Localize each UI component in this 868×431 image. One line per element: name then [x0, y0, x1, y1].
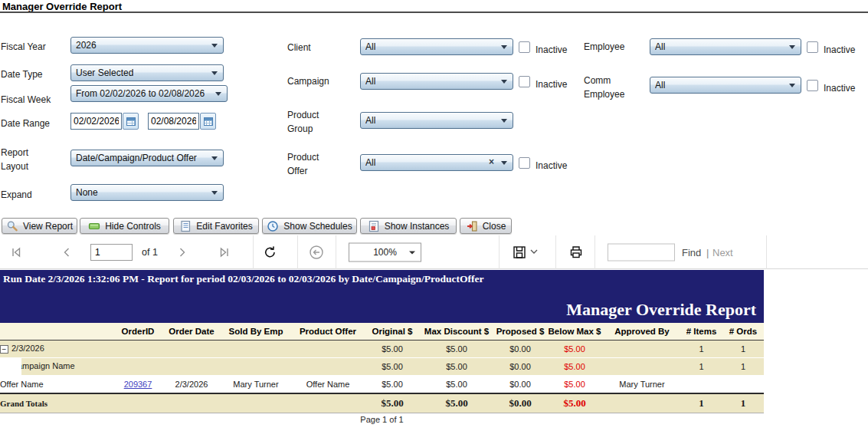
find-next-divider: |	[706, 246, 709, 258]
grand-totals-label: Grand Totals	[0, 393, 115, 413]
grand-original-value: $5.00	[366, 393, 418, 413]
product-offer-combobox[interactable]: All	[360, 154, 513, 171]
last-page-icon	[217, 245, 231, 259]
page-count-label: of 1	[142, 247, 158, 258]
hide-controls-button[interactable]: Hide Controls	[80, 218, 169, 234]
grand-proposed-value: $0.00	[495, 393, 545, 413]
report-run-line: Run Date 2/3/2026 1:32:06 PM - Report fo…	[3, 273, 484, 285]
collapse-icon[interactable]	[0, 363, 8, 371]
fiscal-week-combobox[interactable]: From 02/02/2026 to 02/08/2026	[70, 85, 228, 102]
print-button[interactable]	[568, 245, 584, 260]
product-group-combobox[interactable]: All	[360, 112, 513, 129]
column-header-group	[0, 323, 115, 340]
close-door-icon	[466, 220, 478, 232]
product-offer-inactive-checkbox[interactable]	[519, 157, 530, 169]
employee-label: Employee	[584, 40, 624, 54]
comm-employee-value: All	[655, 80, 665, 90]
clear-icon[interactable]	[489, 156, 494, 167]
comm-employee-inactive-label: Inactive	[824, 81, 855, 95]
chevron-down-icon	[501, 119, 507, 123]
page-number-input[interactable]	[90, 244, 133, 261]
next-link[interactable]: Next	[712, 246, 733, 258]
report-layout-combobox[interactable]: Date/Campaign/Product Offer	[70, 150, 224, 166]
refresh-button[interactable]	[262, 244, 278, 260]
last-page-button[interactable]	[217, 245, 231, 259]
grand-ords-value: 1	[722, 393, 764, 413]
client-inactive-checkbox[interactable]	[519, 41, 530, 53]
chevron-down-icon	[211, 191, 218, 195]
refresh-icon	[262, 244, 278, 260]
date-range-end-input[interactable]	[148, 113, 199, 130]
date-range-start-input[interactable]	[70, 113, 122, 130]
collapse-icon[interactable]	[0, 345, 8, 354]
column-header-proposed: Proposed $	[495, 323, 545, 340]
proposed-value: $0.00	[495, 375, 545, 393]
date-type-label: Date Type	[1, 67, 42, 81]
client-combobox[interactable]: All	[360, 38, 513, 55]
zoom-value: 100%	[373, 247, 397, 258]
first-page-button[interactable]	[9, 245, 24, 259]
order-id-link[interactable]: 209367	[124, 380, 152, 389]
date-type-combobox[interactable]: User Selected	[70, 64, 224, 81]
offer-name-label: Offer Name	[0, 375, 115, 393]
product-group-label: Product Group	[287, 108, 329, 136]
show-instances-button[interactable]: Show Instances	[360, 218, 457, 234]
group-max-discount-value: $5.00	[418, 340, 495, 357]
comm-employee-combobox[interactable]: All	[650, 77, 801, 94]
instances-report-icon	[368, 220, 380, 232]
close-button[interactable]: Close	[460, 218, 512, 234]
fiscal-year-combobox[interactable]: 2026	[70, 37, 224, 54]
campaign-inactive-checkbox[interactable]	[519, 76, 530, 87]
chevron-down-icon	[211, 71, 218, 75]
detail-row: Offer Name 209367 2/3/2026 Mary Turner O…	[0, 375, 764, 393]
toolbar-divider	[594, 235, 595, 269]
report-table: OrderID Order Date Sold By Emp Product O…	[0, 323, 764, 413]
chevron-left-icon	[60, 245, 74, 259]
find-input[interactable]	[608, 243, 675, 261]
employee-combobox[interactable]: All	[650, 38, 801, 55]
toolbar-divider	[336, 235, 336, 269]
calendar-icon	[126, 117, 136, 126]
previous-page-button[interactable]	[60, 245, 74, 259]
save-icon	[512, 245, 527, 260]
product-offer-inactive-label: Inactive	[536, 159, 567, 173]
group-items-value: 1	[680, 340, 722, 357]
group-original-value: $5.00	[366, 340, 418, 357]
close-label: Close	[483, 221, 506, 232]
zoom-select[interactable]: 100%	[349, 242, 421, 262]
page-footer: Page 1 of 1	[0, 415, 764, 424]
campaign-combobox[interactable]: All	[360, 73, 513, 90]
product-offer-label: Product Offer	[287, 150, 329, 178]
toolbar-divider	[766, 235, 767, 269]
edit-favorites-button[interactable]: Edit Favorites	[173, 218, 259, 234]
date-range-start-calendar-button[interactable]	[123, 113, 139, 130]
grand-below-max-value: $5.00	[545, 393, 604, 413]
grand-max-discount-value: $5.00	[418, 393, 495, 413]
expand-combobox[interactable]: None	[70, 184, 224, 201]
comm-employee-inactive-checkbox[interactable]	[807, 80, 818, 91]
hide-panel-icon	[88, 220, 100, 232]
next-page-button[interactable]	[175, 245, 189, 259]
find-link[interactable]: Find	[682, 246, 701, 258]
report-viewer-toolbar: of 1 100% Find |	[0, 235, 868, 269]
toolbar-divider	[499, 235, 500, 269]
show-schedules-button[interactable]: Show Schedules	[262, 218, 357, 234]
chevron-down-icon	[409, 251, 415, 254]
employee-inactive-checkbox[interactable]	[807, 41, 818, 53]
toolbar-divider	[297, 235, 298, 269]
column-header-below-max: Below Max $	[545, 323, 604, 340]
date-range-end-calendar-button[interactable]	[200, 113, 216, 130]
chevron-down-icon	[501, 45, 507, 49]
edit-favorites-label: Edit Favorites	[196, 221, 252, 232]
report-layout-value: Date/Campaign/Product Offer	[76, 153, 197, 163]
column-header-items: # Items	[680, 323, 722, 340]
toolbar-divider	[555, 235, 556, 269]
back-button[interactable]	[308, 244, 325, 261]
export-save-button[interactable]	[512, 245, 538, 260]
view-report-button[interactable]: View Report	[2, 218, 77, 234]
fiscal-year-label: Fiscal Year	[1, 40, 46, 54]
date-range-label: Date Range	[1, 117, 50, 130]
expand-label: Expand	[1, 188, 32, 202]
report-title: Manager Override Report	[566, 300, 756, 320]
group-campaign-label: Campaign Name	[11, 361, 75, 370]
